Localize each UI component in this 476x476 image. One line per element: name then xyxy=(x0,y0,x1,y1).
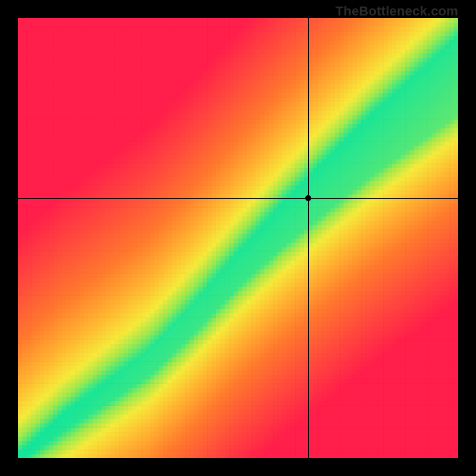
heatmap-canvas xyxy=(18,18,458,458)
crosshair-horizontal xyxy=(18,198,458,199)
plot-area xyxy=(18,18,458,458)
chart-frame: TheBottleneck.com xyxy=(0,0,476,476)
crosshair-vertical xyxy=(308,18,309,458)
watermark-text: TheBottleneck.com xyxy=(336,4,458,19)
selected-point-marker xyxy=(305,195,311,201)
